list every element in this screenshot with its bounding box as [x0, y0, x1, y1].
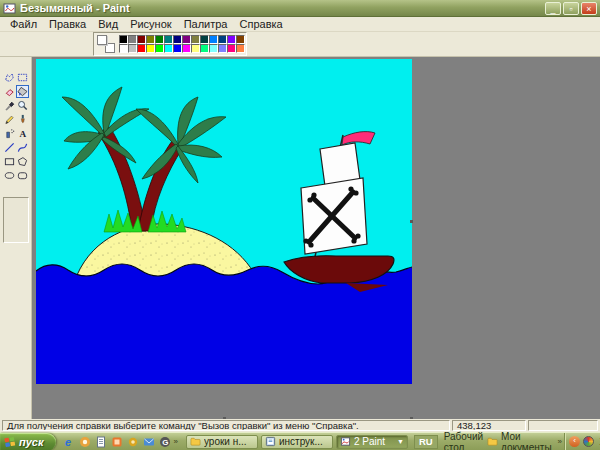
canvas-resize-handle-bottom[interactable] [223, 417, 226, 419]
tool-line[interactable] [3, 141, 16, 154]
tool-rounded-rectangle[interactable] [16, 169, 29, 182]
quick-launch-app-orange-icon[interactable] [110, 435, 124, 449]
folder-icon [190, 436, 201, 447]
taskbar-button-label: уроки н... [204, 436, 254, 447]
palette-swatch[interactable] [146, 44, 155, 53]
quick-launch-app-gold-icon[interactable] [126, 435, 140, 449]
paint-icon [340, 436, 351, 447]
palette-swatch[interactable] [236, 44, 245, 53]
svg-text:G: G [162, 438, 168, 447]
quick-launch-notepad-icon[interactable] [94, 435, 108, 449]
tool-text[interactable]: A [16, 127, 29, 140]
color-indicator [95, 34, 117, 54]
palette-swatch[interactable] [236, 35, 245, 44]
palette-swatch[interactable] [128, 44, 137, 53]
tool-airbrush[interactable] [3, 127, 16, 140]
menu-item[interactable]: Справка [234, 18, 289, 30]
palette-swatches [119, 35, 245, 53]
menu-item[interactable]: Рисунок [124, 18, 178, 30]
menu-item[interactable]: Правка [43, 18, 92, 30]
palette-bar [0, 32, 600, 57]
quick-launch-overflow-chevron[interactable]: » [172, 437, 180, 446]
svg-text:A: A [19, 129, 26, 139]
canvas-resize-handle-right[interactable] [410, 220, 413, 223]
task-buttons: уроки н...инструк...2 Paint▼ [186, 435, 408, 449]
palette-swatch[interactable] [119, 35, 128, 44]
palette-swatch[interactable] [137, 44, 146, 53]
palette-swatch[interactable] [182, 35, 191, 44]
canvas-resize-handle-corner[interactable] [410, 417, 413, 419]
start-button-label: пуск [19, 436, 44, 448]
palette-swatch[interactable] [200, 35, 209, 44]
canvas-area[interactable] [36, 59, 412, 419]
palette-swatch[interactable] [191, 44, 200, 53]
quick-launch-internet-explorer-icon[interactable]: e [62, 435, 76, 449]
tool-ellipse[interactable] [3, 169, 16, 182]
group-dropdown-icon: ▼ [397, 438, 404, 445]
minimize-button[interactable]: _ [545, 2, 561, 15]
palette-swatch[interactable] [227, 35, 236, 44]
palette-swatch[interactable] [209, 35, 218, 44]
tool-pencil[interactable] [3, 113, 16, 126]
tool-select[interactable] [16, 71, 29, 84]
svg-text:e: e [65, 436, 71, 448]
close-button[interactable]: × [581, 2, 597, 15]
screen: Безымянный - Paint _ ▫ × ФайлПравкаВидРи… [0, 0, 600, 450]
tool-magnifier[interactable] [16, 99, 29, 112]
palette-swatch[interactable] [173, 35, 182, 44]
palette-swatch[interactable] [119, 44, 128, 53]
desktop-overflow-chevron[interactable]: » [556, 437, 564, 446]
palette-swatch[interactable] [128, 35, 137, 44]
restore-button[interactable]: ▫ [563, 2, 579, 15]
tool-polygon[interactable] [16, 155, 29, 168]
tool-free-form-select[interactable] [3, 71, 16, 84]
desktop-toolbar-item[interactable]: Мои документы [487, 431, 552, 450]
palette-swatch[interactable] [218, 44, 227, 53]
palette-swatch[interactable] [182, 44, 191, 53]
start-button[interactable]: пуск [0, 433, 56, 450]
tool-eraser[interactable] [3, 85, 16, 98]
palette-swatch[interactable] [218, 35, 227, 44]
palette-swatch[interactable] [164, 44, 173, 53]
taskbar-button[interactable]: инструк... [261, 435, 333, 449]
status-selection-size [528, 420, 598, 431]
menu-item[interactable]: Палитра [178, 18, 234, 30]
palette-swatch[interactable] [227, 44, 236, 53]
tool-rectangle[interactable] [3, 155, 16, 168]
palette-swatch[interactable] [173, 44, 182, 53]
palette-swatch[interactable] [200, 44, 209, 53]
desktop-toolbar-label[interactable]: Рабочий стол [444, 431, 483, 450]
menu-item[interactable]: Файл [4, 18, 43, 30]
menu-item[interactable]: Вид [92, 18, 124, 30]
tool-brush[interactable] [16, 113, 29, 126]
drawing-canvas[interactable] [36, 59, 412, 384]
tool-pick-color[interactable] [3, 99, 16, 112]
tray-app-icon[interactable] [583, 436, 594, 447]
tool-fill[interactable] [16, 85, 29, 98]
palette-swatch[interactable] [164, 35, 173, 44]
status-coordinates: 438,123 [452, 420, 526, 431]
taskbar-button[interactable]: уроки н... [186, 435, 258, 449]
language-indicator[interactable]: RU [414, 435, 438, 449]
palette-swatch[interactable] [137, 35, 146, 44]
hide-icons-button[interactable]: ‹ [569, 436, 580, 447]
quick-launch-outlook-icon[interactable] [142, 435, 156, 449]
palette-swatch[interactable] [155, 44, 164, 53]
palette-swatch[interactable] [155, 35, 164, 44]
window-title: Безымянный - Paint [20, 2, 543, 14]
tool-curve[interactable] [16, 141, 29, 154]
desktop-toolbar-items: Мои документы [487, 431, 552, 450]
desktop-toolbar: Рабочий стол Мои документы » [444, 431, 564, 450]
quick-launch-g-app-icon[interactable]: G [158, 435, 172, 449]
taskbar-button-label: 2 Paint [354, 436, 394, 447]
title-bar: Безымянный - Paint _ ▫ × [0, 0, 600, 17]
taskbar-button[interactable]: 2 Paint▼ [336, 435, 408, 449]
foreground-color-swatch [97, 35, 107, 45]
document-icon [265, 436, 276, 447]
palette-swatch[interactable] [146, 35, 155, 44]
palette-swatch[interactable] [209, 44, 218, 53]
taskbar-button-label: инструк... [279, 436, 329, 447]
quick-launch-media-player-icon[interactable] [78, 435, 92, 449]
palette-swatch[interactable] [191, 35, 200, 44]
folder-icon [487, 436, 498, 447]
